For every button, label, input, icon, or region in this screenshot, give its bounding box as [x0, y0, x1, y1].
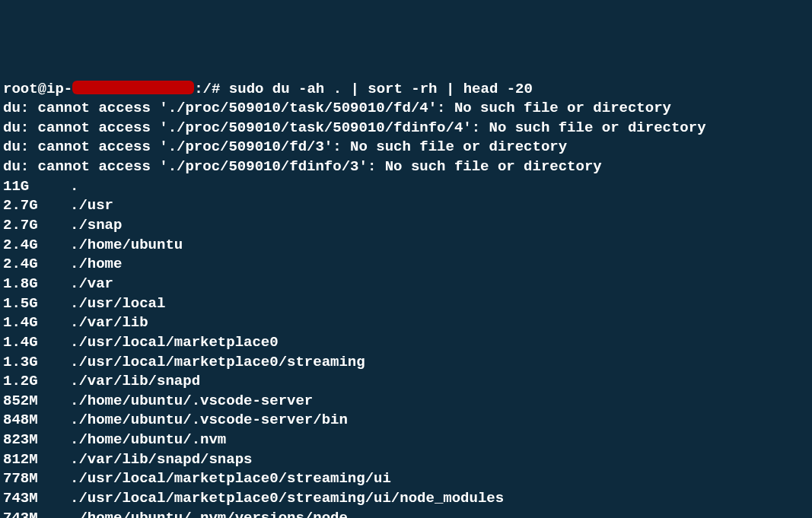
du-row: 11G. — [3, 177, 809, 197]
du-size: 848M — [3, 411, 70, 431]
error-line: du: cannot access './proc/509010/task/50… — [3, 99, 809, 119]
du-size: 1.5G — [3, 294, 70, 314]
du-path: ./var/lib/snapd/snaps — [70, 451, 252, 468]
du-size: 778M — [3, 469, 70, 489]
terminal-output[interactable]: root@ip-:/# sudo du -ah . | sort -rh | h… — [3, 80, 809, 518]
du-path: ./usr/local/marketplace0/streaming — [70, 354, 365, 370]
du-path: ./usr/local/marketplace0/streaming/ui — [70, 470, 391, 487]
du-row: 743M./home/ubuntu/.nvm/versions/node — [3, 509, 809, 518]
du-row: 1.4G./usr/local/marketplace0 — [3, 333, 809, 353]
du-row: 2.4G./home/ubuntu — [3, 236, 809, 256]
du-path: ./home/ubuntu/.nvm — [70, 431, 226, 448]
du-row: 812M./var/lib/snapd/snaps — [3, 450, 809, 470]
du-path: ./usr/local/marketplace0/streaming/ui/no… — [70, 490, 504, 507]
du-path: ./var/lib/snapd — [70, 373, 200, 389]
du-row: 2.7G./usr — [3, 196, 809, 216]
du-size: 743M — [3, 509, 70, 518]
du-path: ./var — [70, 275, 113, 292]
error-line: du: cannot access './proc/509010/fdinfo/… — [3, 157, 809, 177]
du-size: 2.4G — [3, 255, 70, 275]
du-size: 1.4G — [3, 333, 70, 353]
entered-command: sudo du -ah . | sort -rh | head -20 — [229, 81, 533, 97]
du-path: ./home/ubuntu/.vscode-server — [70, 392, 313, 409]
du-path: ./home — [70, 256, 122, 272]
du-row: 2.7G./snap — [3, 216, 809, 236]
du-path: ./var/lib — [70, 314, 148, 331]
du-path: ./snap — [70, 217, 122, 234]
du-path: ./home/ubuntu — [70, 237, 183, 253]
redacted-hostname — [72, 81, 194, 94]
du-size: 1.2G — [3, 372, 70, 392]
du-row: 2.4G./home — [3, 255, 809, 275]
error-line: du: cannot access './proc/509010/fd/3': … — [3, 138, 809, 157]
du-row: 852M./home/ubuntu/.vscode-server — [3, 392, 809, 412]
error-line: du: cannot access './proc/509010/task/50… — [3, 119, 809, 138]
prompt-user-host: root@ip- — [3, 81, 72, 97]
prompt-line-1: root@ip-:/# sudo du -ah . | sort -rh | h… — [3, 80, 809, 100]
du-row: 778M./usr/local/marketplace0/streaming/u… — [3, 469, 809, 489]
du-size: 2.7G — [3, 196, 70, 216]
du-size: 823M — [3, 431, 70, 450]
du-row: 1.8G./var — [3, 275, 809, 294]
du-row: 848M./home/ubuntu/.vscode-server/bin — [3, 411, 809, 431]
du-path: ./usr/local/marketplace0 — [70, 334, 279, 351]
du-row: 743M./usr/local/marketplace0/streaming/u… — [3, 489, 809, 509]
du-row: 1.2G./var/lib/snapd — [3, 372, 809, 392]
du-size: 1.4G — [3, 313, 70, 333]
du-path: . — [70, 178, 78, 195]
du-size: 1.8G — [3, 275, 70, 294]
prompt-path: :/# — [194, 81, 220, 97]
du-path: ./usr/local — [70, 295, 165, 312]
du-row: 1.5G./usr/local — [3, 294, 809, 314]
du-row: 823M./home/ubuntu/.nvm — [3, 431, 809, 450]
du-row: 1.4G./var/lib — [3, 313, 809, 333]
du-size: 852M — [3, 392, 70, 412]
du-size: 743M — [3, 489, 70, 509]
du-size: 11G — [3, 177, 70, 197]
du-size: 1.3G — [3, 353, 70, 373]
du-path: ./usr — [70, 197, 113, 214]
du-size: 2.4G — [3, 236, 70, 256]
du-path: ./home/ubuntu/.vscode-server/bin — [70, 412, 348, 428]
du-size: 812M — [3, 450, 70, 470]
du-path: ./home/ubuntu/.nvm/versions/node — [70, 510, 348, 518]
du-size: 2.7G — [3, 216, 70, 236]
du-row: 1.3G./usr/local/marketplace0/streaming — [3, 353, 809, 373]
